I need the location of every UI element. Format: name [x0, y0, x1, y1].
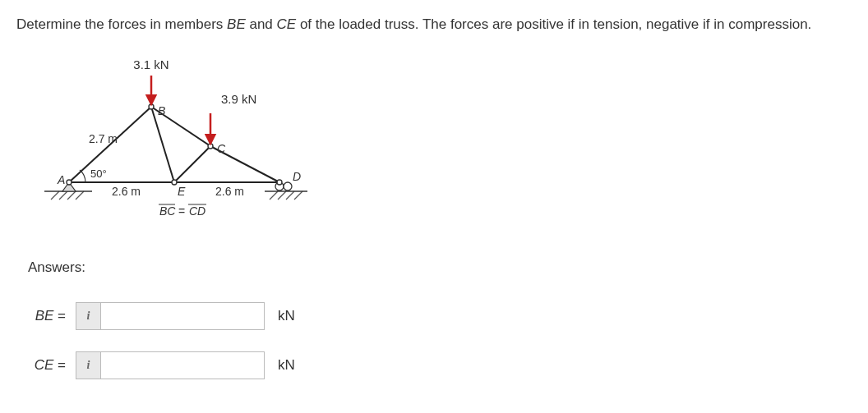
svg-text:=: =	[178, 204, 185, 218]
svg-point-22	[172, 180, 177, 185]
answer-row-ce: CE = i kN	[28, 351, 852, 379]
svg-line-3	[67, 191, 76, 200]
answer-label-be: BE =	[28, 308, 66, 324]
info-button-be[interactable]: i	[76, 303, 101, 329]
question-member-1: BE	[227, 16, 246, 32]
svg-point-13	[284, 182, 292, 190]
answer-label-ce: CE =	[28, 357, 66, 374]
len-ab-label: 2.7 m	[89, 132, 118, 145]
svg-line-2	[59, 191, 67, 200]
svg-text:BC: BC	[159, 204, 176, 218]
svg-point-25	[208, 144, 213, 149]
joint-d-label: D	[293, 170, 301, 183]
question-member-2: CE	[277, 16, 297, 32]
joint-b-label: B	[158, 104, 165, 117]
question-suffix: of the loaded truss. The forces are posi…	[296, 16, 811, 32]
svg-line-8	[294, 191, 302, 200]
unit-be: kN	[278, 308, 295, 324]
svg-line-4	[76, 191, 84, 200]
question-mid: and	[246, 16, 277, 32]
svg-line-1	[51, 191, 59, 200]
answers-heading: Answers:	[28, 259, 852, 276]
svg-text:CD: CD	[189, 204, 205, 218]
load-c-label: 3.9 kN	[221, 92, 256, 106]
svg-point-23	[277, 180, 282, 185]
svg-rect-0	[44, 193, 299, 200]
len-ed-label: 2.6 m	[215, 185, 244, 198]
load-b-label: 3.1 kN	[133, 57, 169, 71]
answer-row-be: BE = i kN	[28, 302, 852, 330]
svg-point-21	[67, 180, 72, 185]
svg-line-6	[278, 191, 286, 200]
unit-ce: kN	[278, 357, 295, 374]
svg-line-17	[151, 107, 174, 182]
joint-a-label: A	[57, 173, 65, 186]
len-ae-label: 2.6 m	[112, 185, 141, 198]
joint-e-label: E	[178, 185, 186, 198]
question-prefix: Determine the forces in members	[16, 16, 227, 32]
question-text: Determine the forces in members BE and C…	[16, 15, 852, 34]
angle-a-label: 50°	[90, 167, 107, 180]
answer-input-be[interactable]	[101, 303, 264, 329]
info-button-ce[interactable]: i	[76, 352, 101, 379]
svg-line-19	[174, 146, 210, 182]
joint-c-label: C	[217, 142, 226, 155]
svg-line-7	[286, 191, 294, 200]
note-bc-cd: BC = CD	[159, 204, 206, 218]
answer-input-ce[interactable]	[101, 352, 264, 379]
svg-point-24	[149, 104, 154, 109]
svg-line-5	[270, 191, 278, 200]
truss-diagram: 3.1 kN 3.9 kN 2.7 m 2.6 m 2.6 m 50° A B …	[28, 57, 852, 241]
